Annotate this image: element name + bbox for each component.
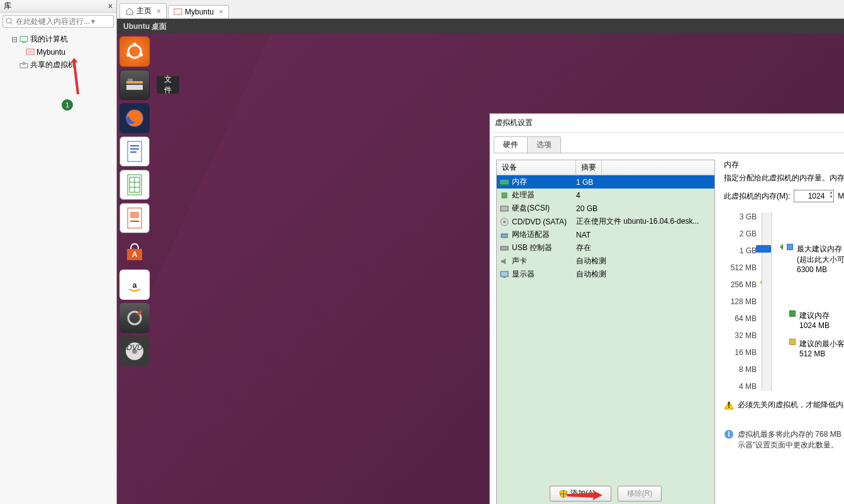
svg-text:DVD: DVD xyxy=(126,343,143,352)
launcher-dvd-icon[interactable]: DVD xyxy=(119,336,150,366)
svg-rect-41 xyxy=(501,234,508,238)
svg-point-40 xyxy=(503,221,506,223)
svg-rect-37 xyxy=(502,193,507,198)
tree-root-label: 我的计算机 xyxy=(30,34,68,45)
dropdown-icon[interactable]: ▾ xyxy=(91,17,95,26)
device-row-disk[interactable]: 硬盘(SCSI)20 GB xyxy=(497,202,714,215)
svg-rect-28 xyxy=(130,221,139,222)
svg-rect-6 xyxy=(20,63,28,68)
computer-icon xyxy=(19,35,29,45)
svg-rect-18 xyxy=(130,145,139,146)
memory-settings-pane: 内存 指定分配给此虚拟机的内存量。内存大小必须为 4 MB 的倍数。 此虚拟机的… xyxy=(724,160,844,504)
memory-slider-track[interactable] xyxy=(762,212,772,391)
tabs-bar: 主页 × Mybuntu × xyxy=(117,0,844,19)
launcher-calc-icon[interactable] xyxy=(119,170,150,200)
tab-vm[interactable]: Mybuntu × xyxy=(168,5,229,18)
tree-vm-item[interactable]: Mybuntu xyxy=(3,46,114,58)
library-panel: 库 × ▾ ⊟ 我的计算机 Mybuntu 共享的虚拟机 1 xyxy=(0,0,117,504)
blue-square-icon xyxy=(787,244,793,250)
yellow-square-icon xyxy=(789,339,796,345)
library-tree: ⊟ 我的计算机 Mybuntu 共享的虚拟机 xyxy=(0,30,116,74)
tab-vm-label: Mybuntu xyxy=(185,8,214,16)
main-area: 主页 × Mybuntu × Ubuntu 桌面 文件 A a DVD xyxy=(117,0,844,504)
vm-icon xyxy=(25,47,35,57)
tab-home[interactable]: 主页 × xyxy=(119,3,167,18)
launcher-firefox-icon[interactable] xyxy=(119,103,150,133)
device-row-usb[interactable]: USB 控制器存在 xyxy=(497,241,714,255)
device-list: 设备 摘要 内存1 GB 处理器4 硬盘(SCSI)20 GB CD/DVD (… xyxy=(496,160,715,504)
tree-collapse-icon[interactable]: ⊟ xyxy=(11,35,18,44)
device-rows: 内存1 GB 处理器4 硬盘(SCSI)20 GB CD/DVD (SATA)正… xyxy=(497,175,714,504)
shield-icon xyxy=(559,490,568,498)
svg-rect-36 xyxy=(500,184,509,185)
vm-tab-icon xyxy=(174,8,182,16)
launcher-writer-icon[interactable] xyxy=(119,136,150,167)
memory-description: 指定分配给此虚拟机的内存量。内存大小必须为 4 MB 的倍数。 xyxy=(724,173,844,184)
memory-unit: MB xyxy=(838,192,844,200)
device-row-sound[interactable]: 声卡自动检测 xyxy=(497,255,714,268)
memory-warning: ! 必须先关闭虚拟机，才能降低内存量。 xyxy=(724,400,844,410)
recommended-memory-marker: 建议内存 1024 MB xyxy=(777,310,844,330)
remove-device-button: 移除(R) xyxy=(618,486,662,501)
tab-hardware[interactable]: 硬件 xyxy=(494,136,528,153)
launcher-store-icon[interactable]: A xyxy=(119,236,150,266)
device-row-net[interactable]: 网络适配器NAT xyxy=(497,228,714,241)
launcher-amazon-icon[interactable]: a xyxy=(119,270,150,300)
tab-close-icon[interactable]: × xyxy=(219,8,223,16)
warning-icon: ! xyxy=(724,400,734,410)
device-row-display[interactable]: 显示器自动检测 xyxy=(497,268,714,281)
display-icon xyxy=(499,270,509,279)
svg-rect-13 xyxy=(126,81,143,84)
library-search-input[interactable] xyxy=(16,17,91,26)
svg-point-10 xyxy=(133,43,136,47)
dialog-title: 虚拟机设置 xyxy=(495,118,533,128)
col-device: 设备 xyxy=(497,160,576,175)
tree-shared-vms[interactable]: 共享的虚拟机 xyxy=(3,58,114,72)
add-device-button[interactable]: 添加(A)... xyxy=(550,486,611,501)
dialog-tabs: 硬件 选项 xyxy=(494,136,844,153)
cpu-icon xyxy=(499,191,509,200)
memory-input-label: 此虚拟机的内存(M): xyxy=(724,191,790,202)
svg-rect-3 xyxy=(22,42,26,43)
svg-text:!: ! xyxy=(728,401,730,410)
library-search[interactable]: ▾ xyxy=(3,15,114,28)
svg-point-0 xyxy=(6,18,11,23)
device-row-cpu[interactable]: 处理器4 xyxy=(497,189,714,202)
library-title: 库 xyxy=(4,1,11,11)
vm-titlebar: Ubuntu 桌面 xyxy=(117,19,844,34)
svg-rect-44 xyxy=(503,277,506,278)
memory-scale: 3 GB2 GB1 GB512 MB256 MB128 MB64 MB32 MB… xyxy=(724,212,844,391)
device-row-memory[interactable]: 内存1 GB xyxy=(497,175,714,189)
device-row-cd[interactable]: CD/DVD (SATA)正在使用文件 ubuntu-16.04.6-desk.… xyxy=(497,215,714,228)
search-icon xyxy=(6,18,13,25)
launcher-impress-icon[interactable] xyxy=(119,203,150,233)
svg-text:a: a xyxy=(133,281,137,290)
tab-close-icon[interactable]: × xyxy=(157,7,161,16)
sound-icon xyxy=(499,257,509,266)
memory-input-row: 此虚拟机的内存(M): MB xyxy=(724,190,844,202)
memory-input[interactable] xyxy=(794,190,834,202)
device-actions: 添加(A)... 移除(R) xyxy=(497,486,714,501)
svg-point-12 xyxy=(126,53,130,57)
home-icon xyxy=(125,7,134,16)
tree-shared-label: 共享的虚拟机 xyxy=(30,60,75,70)
library-header: 库 × xyxy=(0,0,116,13)
launcher-dash-icon[interactable] xyxy=(119,36,150,67)
memory-slider-thumb[interactable] xyxy=(756,245,771,253)
svg-rect-19 xyxy=(130,148,139,150)
tree-my-computer[interactable]: ⊟ 我的计算机 xyxy=(3,33,114,46)
vm-settings-dialog: 虚拟机设置 ✕ 硬件 选项 设备 摘要 内存1 GB 处理器4 硬盘(SCSI)… xyxy=(489,113,844,504)
disk-icon xyxy=(499,204,509,213)
device-list-header: 设备 摘要 xyxy=(497,160,714,175)
tab-options[interactable]: 选项 xyxy=(527,136,561,153)
svg-rect-15 xyxy=(128,79,133,81)
tab-home-label: 主页 xyxy=(136,6,152,16)
svg-point-11 xyxy=(139,53,143,57)
launcher-files-icon[interactable]: 文件 xyxy=(119,70,150,100)
library-close-icon[interactable]: × xyxy=(108,2,113,11)
usb-icon xyxy=(499,244,509,253)
svg-rect-14 xyxy=(126,85,143,90)
launcher-settings-icon[interactable] xyxy=(119,303,150,333)
shared-icon xyxy=(19,60,29,70)
launcher-tooltip: 文件 xyxy=(157,76,179,94)
